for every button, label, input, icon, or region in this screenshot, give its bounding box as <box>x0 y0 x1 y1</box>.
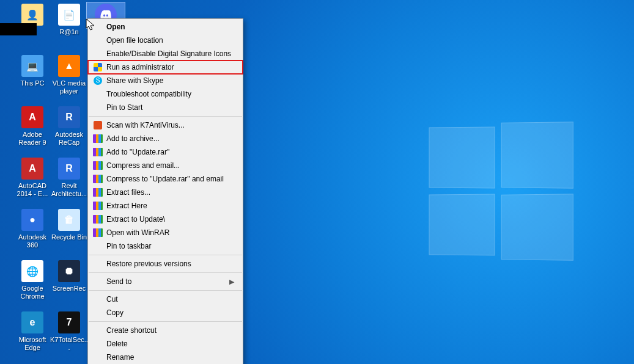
desktop-icon-label: Microsoft Edge <box>13 336 51 352</box>
context-menu-label: Run as administrator <box>106 63 234 71</box>
app-icon: 7 <box>57 310 81 335</box>
context-menu-item-enable-disable-digital-signature-icons[interactable]: Enable/Disable Digital Signature Icons <box>88 47 243 60</box>
menu-icon-blank <box>92 259 104 269</box>
context-menu-separator <box>89 321 242 322</box>
menu-icon-blank <box>92 308 104 318</box>
shield-icon <box>92 62 104 72</box>
context-menu-item-share-with-skype[interactable]: SShare with Skype <box>88 74 243 87</box>
submenu-arrow-icon: ▶ <box>229 278 234 286</box>
desktop-icon-label: ScreenRec <box>50 285 88 293</box>
desktop-icon-label: R@1n <box>50 28 88 36</box>
desktop-icon-recycle-bin[interactable]: 🗑Recycle Bin <box>50 208 88 241</box>
winrar-icon <box>92 201 104 211</box>
app-icon: 🌐 <box>20 259 45 283</box>
app-icon: e <box>20 310 45 335</box>
desktop-icon-autocad-2014-e[interactable]: AAutoCAD 2014 - E... <box>13 156 51 198</box>
desktop-icon-label: K7TotalSec... <box>50 336 88 352</box>
context-menu-label: Add to archive... <box>106 134 234 143</box>
desktop-icon-label: Revit Architectu... <box>50 182 88 198</box>
context-menu-item-cut[interactable]: Cut <box>88 293 243 306</box>
context-menu-item-pin-to-taskbar[interactable]: Pin to taskbar <box>88 239 243 253</box>
context-menu-label: Open <box>106 23 234 31</box>
menu-icon-blank <box>92 241 104 251</box>
context-menu-item-send-to[interactable]: Send to▶ <box>88 275 243 288</box>
menu-icon-blank <box>92 49 104 59</box>
context-menu-label: Enable/Disable Digital Signature Icons <box>106 49 234 58</box>
desktop-icon-autodesk-recap[interactable]: RAutodesk ReCap <box>50 105 88 147</box>
context-menu-item-restore-previous-versions[interactable]: Restore previous versions <box>88 257 243 271</box>
menu-icon-blank <box>92 326 104 335</box>
context-menu-separator <box>89 290 242 291</box>
context-menu-item-extract-here[interactable]: Extract Here <box>88 199 243 213</box>
desktop-icon-autodesk-360[interactable]: ●Autodesk 360 <box>13 208 51 249</box>
app-icon: A <box>20 156 45 181</box>
k7-icon <box>92 120 104 130</box>
context-menu-label: Share with Skype <box>106 76 234 85</box>
desktop-icon-google-chrome[interactable]: 🌐Google Chrome <box>13 259 51 300</box>
context-menu-label: Extract files... <box>106 188 234 197</box>
desktop-icon-r-1n[interactable]: 📄R@1n <box>50 2 88 36</box>
context-menu-item-open-file-location[interactable]: Open file location <box>88 34 243 47</box>
menu-icon-blank <box>92 103 104 112</box>
menu-icon-blank <box>92 339 104 349</box>
desktop-icon-vlc-media-player[interactable]: ▲VLC media player <box>50 54 88 95</box>
menu-icon-blank <box>92 22 104 32</box>
desktop-icon-revit-architectu[interactable]: RRevit Architectu... <box>50 156 88 198</box>
context-menu-label: Restore previous versions <box>106 260 234 268</box>
desktop-icon-screenrec[interactable]: ⏺ScreenRec <box>50 259 88 293</box>
desktop-icon-this-pc[interactable]: 💻This PC <box>13 54 51 87</box>
context-menu-label: Scan with K7AntiVirus... <box>106 121 234 129</box>
desktop-icon-adobe-reader-9[interactable]: AAdobe Reader 9 <box>13 105 51 147</box>
context-menu-item-create-shortcut[interactable]: Create shortcut <box>88 324 243 337</box>
context-menu-label: Send to <box>106 277 229 286</box>
menu-icon-blank <box>92 352 104 362</box>
app-icon: ● <box>20 208 45 232</box>
winrar-icon <box>92 134 104 144</box>
context-menu-label: Add to "Update.rar" <box>106 148 234 156</box>
context-menu-label: Delete <box>106 340 234 348</box>
context-menu-item-run-as-administrator[interactable]: Run as administrator <box>88 60 243 74</box>
winrar-icon <box>92 214 104 224</box>
app-icon: 📄 <box>57 2 81 27</box>
context-menu-item-delete[interactable]: Delete <box>88 337 243 351</box>
desktop-icon-label: Google Chrome <box>13 285 51 300</box>
context-menu-label: Troubleshoot compatibility <box>106 90 234 98</box>
app-icon: 💻 <box>20 54 45 78</box>
redaction-overlay <box>0 23 37 35</box>
winrar-icon <box>92 187 104 197</box>
desktop-icon-k7totalsec[interactable]: 7K7TotalSec... <box>50 310 88 352</box>
context-menu-label: Extract to Update\ <box>106 215 234 224</box>
context-menu-item-open[interactable]: Open <box>88 20 243 34</box>
context-menu-item-extract-to-update[interactable]: Extract to Update\ <box>88 213 243 226</box>
context-menu-label: Extract Here <box>106 202 234 210</box>
desktop-icon-label: Adobe Reader 9 <box>13 131 51 147</box>
context-menu-label: Open with WinRAR <box>106 228 234 237</box>
context-menu-label: Copy <box>106 308 234 317</box>
desktop-icon-label: This PC <box>13 79 51 87</box>
app-icon: ▲ <box>57 54 81 78</box>
context-menu-item-troubleshoot-compatibility[interactable]: Troubleshoot compatibility <box>88 87 243 101</box>
winrar-icon <box>92 228 104 238</box>
context-menu-label: Compress and email... <box>106 161 234 170</box>
context-menu-item-open-with-winrar[interactable]: Open with WinRAR <box>88 226 243 239</box>
context-menu-item-add-to-update-rar[interactable]: Add to "Update.rar" <box>88 145 243 159</box>
context-menu-item-add-to-archive[interactable]: Add to archive... <box>88 132 243 145</box>
context-menu-label: Open file location <box>106 36 234 45</box>
context-menu-item-compress-and-email[interactable]: Compress and email... <box>88 159 243 172</box>
desktop-icon-label: Autodesk 360 <box>13 233 51 249</box>
skype-icon: S <box>92 76 104 86</box>
context-menu-item-pin-to-start[interactable]: Pin to Start <box>88 101 243 114</box>
context-menu-item-rename[interactable]: Rename <box>88 351 243 364</box>
context-menu-label: Create shortcut <box>106 326 234 335</box>
desktop-icon-microsoft-edge[interactable]: eMicrosoft Edge <box>13 310 51 352</box>
context-menu-item-extract-files[interactable]: Extract files... <box>88 186 243 199</box>
context-menu-label: Rename <box>106 353 234 362</box>
context-menu-label: Pin to Start <box>106 103 234 112</box>
context-menu-item-copy[interactable]: Copy <box>88 306 243 319</box>
context-menu-item-scan-with-k7antivirus[interactable]: Scan with K7AntiVirus... <box>88 118 243 132</box>
windows-logo-wallpaper <box>428 122 575 269</box>
winrar-icon <box>92 147 104 157</box>
app-icon: A <box>20 105 45 129</box>
context-menu-item-compress-to-update-rar-and-email[interactable]: Compress to "Update.rar" and email <box>88 172 243 186</box>
context-menu-separator <box>89 255 242 255</box>
